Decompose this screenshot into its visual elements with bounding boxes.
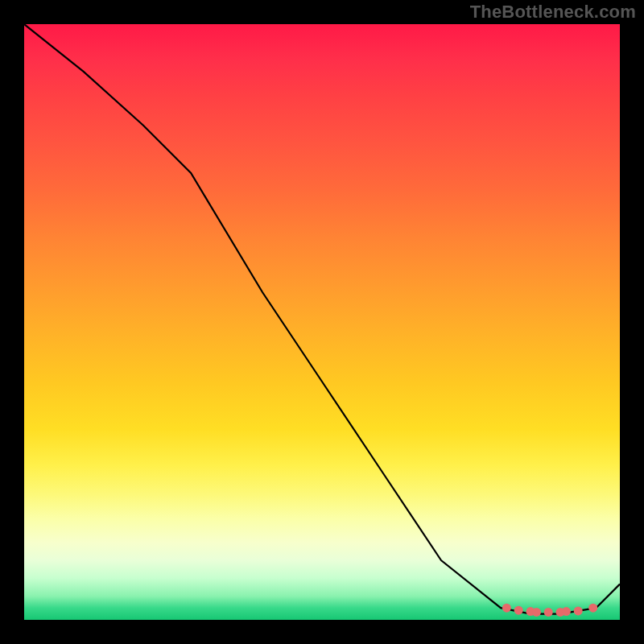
- dot-h: [574, 606, 583, 615]
- dot-b: [514, 606, 523, 615]
- dot-g: [562, 607, 571, 616]
- dot-i: [588, 604, 597, 613]
- chart-frame: TheBottleneck.com: [0, 0, 644, 644]
- dot-a: [502, 604, 511, 613]
- dot-e: [544, 608, 553, 617]
- watermark-text: TheBottleneck.com: [470, 2, 636, 23]
- curve-line: [24, 24, 620, 614]
- chart-svg: [24, 24, 620, 620]
- dot-d: [532, 608, 541, 617]
- plot-area: [24, 24, 620, 620]
